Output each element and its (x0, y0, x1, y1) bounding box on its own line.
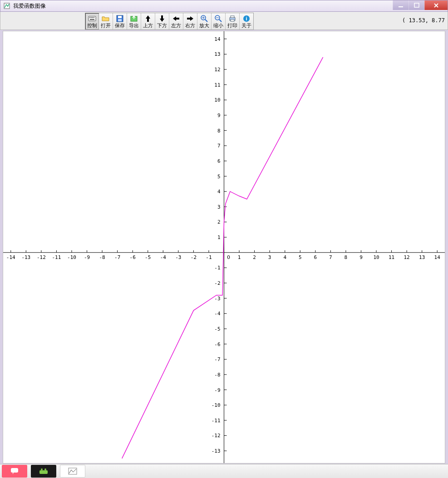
minimize-button[interactable] (393, 0, 409, 10)
toolbar-label: 左方 (171, 23, 181, 28)
svg-text:-3: -3 (175, 254, 181, 260)
svg-text:-13: -13 (21, 254, 30, 260)
app-icon (3, 2, 10, 10)
svg-text:-3: -3 (214, 296, 220, 302)
arrow-down-icon (158, 15, 166, 22)
window-buttons (393, 0, 448, 10)
maximize-button[interactable] (409, 0, 424, 10)
toolbar-save-button[interactable]: 保存 (113, 13, 127, 29)
svg-text:-7: -7 (214, 356, 220, 362)
svg-text:-6: -6 (214, 341, 220, 347)
svg-text:-8: -8 (99, 254, 105, 260)
svg-rect-10 (90, 19, 94, 20)
close-button[interactable] (424, 0, 448, 10)
svg-text:12: 12 (404, 254, 410, 260)
svg-text:10: 10 (373, 254, 379, 260)
svg-text:8: 8 (217, 128, 221, 134)
android-icon (38, 468, 49, 475)
toolbar-export-button[interactable]: 导出 (127, 13, 141, 29)
svg-text:6: 6 (314, 254, 317, 260)
toolbar: 控制 打开 保存 导出 上方 下方 (85, 13, 254, 30)
svg-text:6: 6 (217, 158, 221, 164)
window-title: 我爱函数图像 (13, 2, 46, 10)
svg-text:4: 4 (283, 254, 286, 260)
svg-text:4: 4 (217, 189, 221, 195)
svg-text:2: 2 (253, 254, 256, 260)
svg-text:10: 10 (214, 97, 220, 103)
svg-rect-141 (39, 470, 48, 474)
cursor-coordinates: ( 13.53, 8.77 (402, 17, 445, 24)
svg-rect-13 (118, 19, 122, 21)
svg-rect-9 (94, 17, 94, 18)
toolbar-control-button[interactable]: 控制 (85, 13, 99, 29)
svg-text:14: 14 (434, 254, 441, 260)
toolbar-label: 放大 (199, 23, 209, 28)
taskbar-app-1[interactable] (2, 465, 27, 478)
toolbar-zoomin-button[interactable]: 放大 (197, 13, 212, 29)
plot-canvas: -14-13-12-11-10-9-8-7-6-5-4-3-2-11234567… (3, 31, 445, 463)
toolbar-right-button[interactable]: 右方 (183, 13, 197, 29)
svg-text:5: 5 (299, 254, 302, 260)
toolbar-label: 打印 (227, 23, 237, 28)
svg-text:3: 3 (268, 254, 271, 260)
toolbar-label: 导出 (129, 23, 139, 28)
svg-rect-1 (399, 6, 403, 7)
svg-rect-140 (11, 468, 18, 473)
svg-text:-13: -13 (212, 448, 221, 454)
svg-text:11: 11 (214, 82, 220, 88)
toolbar-zoomout-button[interactable]: 缩小 (212, 13, 226, 29)
svg-text:-1: -1 (206, 254, 212, 260)
svg-rect-12 (118, 16, 122, 18)
taskbar-app-3[interactable] (60, 465, 85, 478)
close-icon (433, 3, 439, 8)
svg-line-20 (219, 20, 222, 22)
svg-text:-5: -5 (145, 254, 151, 260)
toolbar-area: 控制 打开 保存 导出 上方 下方 (0, 12, 448, 30)
keyboard-icon (88, 15, 96, 22)
svg-rect-2 (414, 3, 419, 7)
svg-text:-2: -2 (214, 280, 220, 286)
svg-text:-7: -7 (114, 254, 120, 260)
svg-rect-5 (89, 16, 96, 21)
svg-text:-11: -11 (52, 254, 61, 260)
svg-text:-9: -9 (84, 254, 90, 260)
svg-text:-5: -5 (214, 326, 220, 332)
zoom-in-icon (200, 15, 208, 22)
svg-rect-7 (91, 17, 92, 18)
svg-text:-12: -12 (212, 433, 221, 439)
arrow-right-icon (186, 15, 194, 22)
toolbar-label: 控制 (87, 23, 97, 28)
toolbar-label: 缩小 (213, 23, 223, 28)
arrow-left-icon (172, 15, 180, 22)
toolbar-label: 关于 (241, 23, 251, 28)
svg-point-143 (44, 468, 46, 470)
svg-text:5: 5 (217, 174, 221, 180)
svg-text:O: O (227, 254, 230, 260)
minimize-icon (398, 3, 404, 8)
toolbar-left-button[interactable]: 左方 (169, 13, 183, 29)
svg-text:12: 12 (214, 67, 220, 73)
toolbar-label: 下方 (157, 23, 167, 28)
title-bar[interactable]: 我爱函数图像 (0, 0, 448, 12)
toolbar-print-button[interactable]: 打印 (226, 13, 240, 29)
taskbar-app-2[interactable] (31, 465, 56, 478)
plot-area[interactable]: -14-13-12-11-10-9-8-7-6-5-4-3-2-11234567… (3, 31, 445, 463)
svg-text:-11: -11 (212, 418, 221, 424)
zoom-out-icon (214, 15, 222, 22)
toolbar-down-button[interactable]: 下方 (155, 13, 169, 29)
folder-open-icon (102, 15, 110, 22)
print-icon (228, 15, 236, 22)
svg-text:2: 2 (217, 219, 221, 225)
toolbar-label: 右方 (185, 23, 195, 28)
svg-text:-4: -4 (214, 311, 221, 317)
toolbar-about-button[interactable]: i 关于 (240, 13, 253, 29)
toolbar-open-button[interactable]: 打开 (99, 13, 113, 29)
svg-text:-9: -9 (214, 387, 220, 393)
toolbar-up-button[interactable]: 上方 (141, 13, 155, 29)
svg-text:1: 1 (238, 254, 241, 260)
svg-line-16 (205, 20, 207, 22)
toolbar-label: 打开 (101, 23, 111, 28)
svg-text:7: 7 (329, 254, 332, 260)
taskbar (0, 464, 448, 478)
svg-text:-14: -14 (6, 254, 15, 260)
